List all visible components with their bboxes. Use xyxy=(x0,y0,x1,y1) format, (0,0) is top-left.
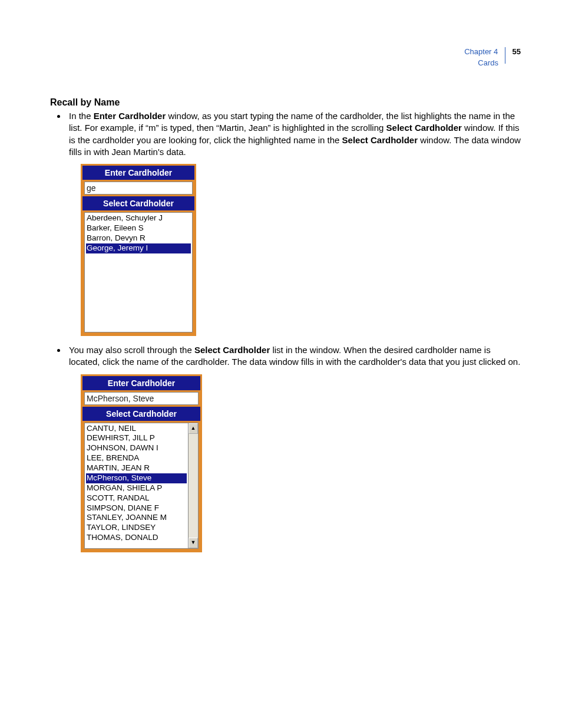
select-cardholder-list[interactable]: Aberdeen, Schuyler JBarker, Eileen SBarr… xyxy=(84,212,193,332)
list-item[interactable]: LEE, BRENDA xyxy=(86,453,187,463)
select-cardholder-list[interactable]: CANTU, NEILDEWHIRST, JILL PJOHNSON, DAWN… xyxy=(84,423,189,549)
scrollbar[interactable]: ▲ ▼ xyxy=(189,423,199,549)
list-item[interactable]: TAYLOR, LINDSEY xyxy=(86,523,187,533)
list-item[interactable]: DEWHIRST, JILL P xyxy=(86,433,187,443)
list-item[interactable]: JOHNSON, DAWN I xyxy=(86,443,187,453)
list-item[interactable]: Aberdeen, Schuyler J xyxy=(86,213,191,223)
list-item[interactable]: Barron, Devyn R xyxy=(86,233,191,243)
list-item[interactable]: MORGAN, SHIELA P xyxy=(86,483,187,493)
list-item[interactable]: Barker, Eileen S xyxy=(86,223,191,233)
header-divider xyxy=(505,47,505,64)
list-item[interactable]: STANLEY, JOANNE M xyxy=(86,513,187,523)
enter-cardholder-input[interactable]: ge xyxy=(84,182,193,195)
enter-cardholder-header: Enter Cardholder xyxy=(82,376,200,390)
page-number: 55 xyxy=(513,47,521,57)
paragraph-1: In the Enter Cardholder window, as you s… xyxy=(67,110,521,158)
scroll-down-icon[interactable]: ▼ xyxy=(189,538,198,548)
section-label: Cards xyxy=(464,58,498,68)
cardholder-widget-2: Enter Cardholder McPherson, Steve Select… xyxy=(81,374,202,552)
list-item[interactable]: SIMPSON, DIANE F xyxy=(86,503,187,513)
list-item[interactable]: THOMAS, DONALD xyxy=(86,533,187,543)
list-item[interactable]: MARTIN, JEAN R xyxy=(86,463,187,473)
scroll-track[interactable] xyxy=(189,434,198,538)
list-item[interactable]: CANTU, NEIL xyxy=(86,424,187,434)
select-cardholder-header: Select Cardholder xyxy=(82,407,200,421)
chapter-label: Chapter 4 xyxy=(464,47,498,57)
paragraph-2: You may also scroll through the Select C… xyxy=(67,344,521,368)
cardholder-widget-1: Enter Cardholder ge Select Cardholder Ab… xyxy=(81,164,196,336)
select-cardholder-header: Select Cardholder xyxy=(82,196,194,210)
scroll-up-icon[interactable]: ▲ xyxy=(189,423,198,434)
list-item[interactable]: McPherson, Steve xyxy=(86,473,187,483)
list-item[interactable]: SCOTT, RANDAL xyxy=(86,493,187,503)
page-header: Chapter 4 55 Cards xyxy=(464,47,521,68)
list-item[interactable]: George, Jeremy I xyxy=(86,243,191,253)
enter-cardholder-header: Enter Cardholder xyxy=(82,166,194,180)
section-heading: Recall by Name xyxy=(50,97,521,108)
enter-cardholder-input[interactable]: McPherson, Steve xyxy=(84,392,199,405)
